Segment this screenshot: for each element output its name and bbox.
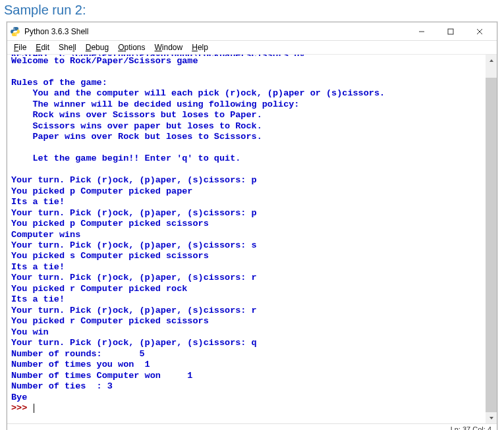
status-bar: Ln: 37 Col: 4: [7, 423, 497, 430]
console-line: Computer wins: [11, 230, 483, 240]
console-line: [11, 143, 483, 153]
console-line: You win: [11, 327, 483, 338]
console-line: You picked p Computer picked scissors: [11, 219, 483, 229]
window-title: Python 3.6.3 Shell: [24, 27, 407, 36]
scrollbar-thumb[interactable]: [486, 78, 497, 412]
console-line: Its a tie!: [11, 262, 483, 273]
console-line: [11, 165, 483, 175]
scrollbar-track[interactable]: [486, 66, 497, 412]
python-icon: [10, 26, 20, 37]
maximize-button[interactable]: [436, 23, 465, 40]
prompt-symbol: >>>: [11, 403, 32, 413]
console-line: Number of ties : 3: [11, 381, 483, 392]
window-controls: [407, 23, 494, 40]
console-line: Bye: [11, 392, 483, 403]
console-line: Its a tie!: [11, 294, 483, 305]
console-line: You picked r Computer picked rock: [11, 284, 483, 294]
menu-edit[interactable]: Edit: [32, 42, 53, 53]
console-line: Scissors wins over paper but loses to Ro…: [11, 121, 483, 132]
console-line: Its a tie!: [11, 197, 483, 207]
svg-rect-3: [448, 29, 453, 34]
console-line: Rules of the game:: [11, 78, 483, 88]
console-line: You picked r Computer picked scissors: [11, 316, 483, 327]
title-bar: Python 3.6.3 Shell: [7, 22, 497, 41]
menu-file[interactable]: File: [10, 42, 30, 53]
menu-bar: File Edit Shell Debug Options Window Hel…: [7, 41, 497, 55]
console-line: You picked p Computer picked paper: [11, 186, 483, 197]
console-prompt-line: >>>: [11, 403, 483, 414]
console-line-partial: RESTART: C:\Code\Python\Playground\rockp…: [11, 55, 483, 56]
scroll-down-button[interactable]: [486, 412, 497, 423]
console-line: Number of rounds: 5: [11, 349, 483, 360]
svg-point-1: [16, 34, 16, 35]
menu-debug[interactable]: Debug: [82, 42, 113, 53]
console-line: Paper wins over Rock but loses to Scisso…: [11, 132, 483, 142]
console-line: [11, 67, 483, 77]
console-output[interactable]: RESTART: C:\Code\Python\Playground\rockp…: [7, 55, 486, 423]
shell-window: Python 3.6.3 Shell File Edit Shell Debug…: [7, 22, 497, 430]
vertical-scrollbar[interactable]: [486, 55, 497, 423]
menu-help[interactable]: Help: [188, 42, 212, 53]
console-line: Number of times Computer won 1: [11, 371, 483, 381]
console-line: Your turn. Pick (r)ock, (p)aper, (s)ciss…: [11, 208, 483, 219]
console-line: Let the game begin!! Enter 'q' to quit.: [11, 153, 483, 164]
console-line: Your turn. Pick (r)ock, (p)aper, (s)ciss…: [11, 273, 483, 283]
close-button[interactable]: [465, 23, 494, 40]
menu-window[interactable]: Window: [151, 42, 187, 53]
console-line: Your turn. Pick (r)ock, (p)aper, (s)ciss…: [11, 175, 483, 186]
content-area: RESTART: C:\Code\Python\Playground\rockp…: [7, 55, 497, 423]
console-line: The winner will be decided using followi…: [11, 99, 483, 110]
minimize-button[interactable]: [407, 23, 436, 40]
menu-options[interactable]: Options: [114, 42, 149, 53]
console-line: You picked s Computer picked scissors: [11, 251, 483, 261]
console-line: Your turn. Pick (r)ock, (p)aper, (s)ciss…: [11, 240, 483, 251]
text-cursor: [34, 404, 34, 413]
console-line: Your turn. Pick (r)ock, (p)aper, (s)ciss…: [11, 306, 483, 316]
console-line: Rock wins over Scissors but loses to Pap…: [11, 110, 483, 121]
sample-heading: Sample run 2:: [0, 0, 504, 22]
console-line: Welcome to Rock/Paper/Scissors game: [11, 56, 483, 67]
console-line: Your turn. Pick (r)ock, (p)aper, (s)ciss…: [11, 338, 483, 348]
cursor-position: Ln: 37 Col: 4: [451, 425, 491, 430]
console-line: You and the computer will each pick (r)o…: [11, 88, 483, 99]
svg-point-0: [13, 28, 14, 28]
menu-shell[interactable]: Shell: [55, 42, 80, 53]
console-line: Number of times you won 1: [11, 360, 483, 370]
scroll-up-button[interactable]: [486, 55, 497, 66]
